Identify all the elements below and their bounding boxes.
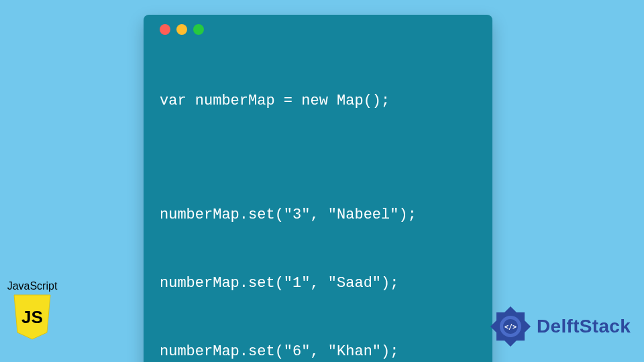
zoom-icon	[193, 24, 204, 35]
window-traffic-lights	[160, 24, 476, 35]
code-line: numberMap.set("3", "Nabeel");	[160, 204, 476, 227]
javascript-label: JavaScript	[3, 280, 62, 292]
delftstack-brand: </> DelftStack	[488, 304, 631, 349]
code-line: numberMap.set("6", "Khan");	[160, 341, 476, 362]
brand-name: DelftStack	[537, 316, 631, 337]
code-line: var numberMap = new Map();	[160, 90, 476, 113]
javascript-shield-icon: JS	[11, 294, 53, 341]
javascript-badge: JavaScript JS	[3, 280, 62, 343]
code-block: var numberMap = new Map(); numberMap.set…	[160, 44, 476, 362]
code-line: numberMap.set("1", "Saad");	[160, 272, 476, 295]
shield-text: JS	[21, 307, 43, 327]
minimize-icon	[176, 24, 187, 35]
close-icon	[160, 24, 170, 35]
svg-text:</>: </>	[504, 323, 517, 330]
delftstack-logo-icon: </>	[488, 304, 533, 349]
code-window: var numberMap = new Map(); numberMap.set…	[144, 15, 492, 362]
